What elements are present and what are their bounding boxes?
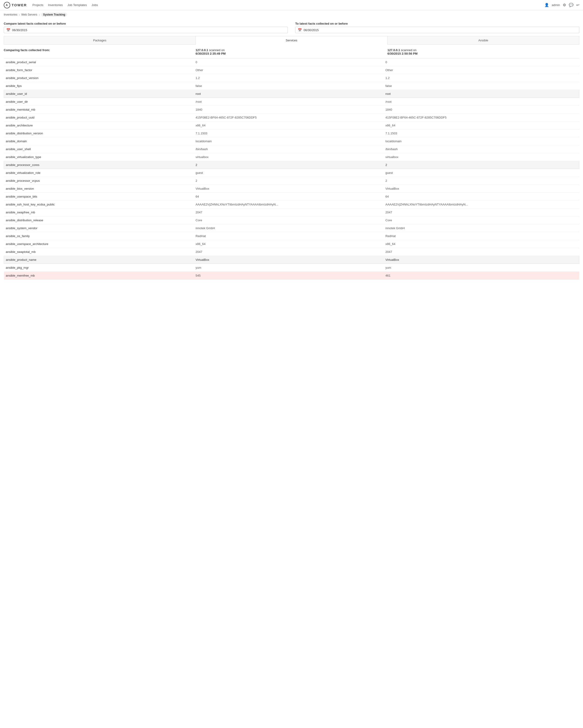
date-right-value: 06/30/2015 <box>304 28 319 32</box>
row-val1: 64 <box>194 193 384 201</box>
row-val1: AAAAE2VjZHNhLXNoYTItbmIzdHAyNTYAAAAIbmIz… <box>194 201 384 208</box>
row-key: ansible_virtualization_type <box>4 153 194 161</box>
row-key: ansible_swaptotal_mb <box>4 248 194 256</box>
row-val2: VirtualBox <box>384 185 579 193</box>
row-val1: guest <box>194 169 384 177</box>
row-key: ansible_product_name <box>4 256 194 264</box>
date-right-label: To latest facts collected on or before <box>295 22 579 25</box>
row-val1: RedHat <box>194 232 384 240</box>
row-key: ansible_product_uuid <box>4 114 194 122</box>
breadcrumb-system-tracking: System Tracking <box>41 12 67 17</box>
calendar-left-icon: 📅 <box>6 28 10 32</box>
row-key: ansible_fips <box>4 82 194 90</box>
row-val2: 7.1.1503 <box>384 129 579 137</box>
row-val1: virtualbox <box>194 153 384 161</box>
table-row: ansible_fips false false <box>4 82 579 90</box>
nav-job-templates[interactable]: Job Templates <box>68 3 87 7</box>
chat-icon[interactable]: 💬 <box>569 3 574 7</box>
row-val2: 64 <box>384 193 579 201</box>
row-val1: Core <box>194 216 384 224</box>
tabs-row: Packages Services Ansible <box>4 36 579 45</box>
table-row: ansible_pkg_mgr yum yum <box>4 264 579 272</box>
row-val1: 2047 <box>194 248 384 256</box>
row-val1: VirtualBox <box>194 185 384 193</box>
row-key: ansible_userspace_bits <box>4 193 194 201</box>
comparing-header: Comparing facts collected from: 127.0.0.… <box>4 45 579 58</box>
row-val2: root <box>384 90 579 98</box>
row-val1: 415F08E2-BF64-465C-872F-8285C706DDF5 <box>194 114 384 122</box>
tab-services[interactable]: Services <box>196 36 387 45</box>
row-val1: 2 <box>194 177 384 185</box>
table-row: ansible_memfree_mb 545 461 <box>4 272 579 280</box>
nav-links: Projects Inventories Job Templates Jobs <box>32 3 544 7</box>
nav-projects[interactable]: Projects <box>32 3 44 7</box>
row-val2: 2 <box>384 161 579 169</box>
row-val2: 2 <box>384 177 579 185</box>
table-row: ansible_swaptotal_mb 2047 2047 <box>4 248 579 256</box>
breadcrumb-inventories[interactable]: Inventories <box>4 13 18 16</box>
row-key: ansible_ssh_host_key_ecdsa_public <box>4 201 194 208</box>
user-icon: 👤 <box>544 3 549 7</box>
row-key: ansible_user_shell <box>4 145 194 153</box>
row-key: ansible_bios_version <box>4 185 194 193</box>
row-val1: innotek GmbH <box>194 224 384 232</box>
row-key: ansible_product_version <box>4 74 194 82</box>
tab-packages[interactable]: Packages <box>4 36 196 44</box>
row-key: ansible_system_vendor <box>4 224 194 232</box>
row-val2: 461 <box>384 272 579 280</box>
row-val2: 2047 <box>384 208 579 216</box>
row-val2: VirtualBox <box>384 256 579 264</box>
settings-icon[interactable]: ⚙ <box>563 3 566 7</box>
date-left-input[interactable]: 📅 06/30/2015 <box>4 27 288 33</box>
row-val1: 2047 <box>194 208 384 216</box>
date-left-value: 06/30/2015 <box>12 28 27 32</box>
row-val2: 2047 <box>384 248 579 256</box>
table-row: ansible_product_name VirtualBox VirtualB… <box>4 256 579 264</box>
row-val2: false <box>384 82 579 90</box>
main-content: Comparing facts collected from: 127.0.0.… <box>0 45 583 280</box>
table-row: ansible_bios_version VirtualBox VirtualB… <box>4 185 579 193</box>
data-table: ansible_product_serial 0 0 ansible_form_… <box>4 58 579 280</box>
nav-user: admin <box>552 3 560 7</box>
nav-right: 👤 admin ⚙ 💬 ↩ <box>544 3 579 7</box>
table-row: ansible_product_uuid 415F08E2-BF64-465C-… <box>4 114 579 122</box>
row-key: ansible_pkg_mgr <box>4 264 194 272</box>
table-row: ansible_userspace_bits 64 64 <box>4 193 579 201</box>
row-val2: /bin/bash <box>384 145 579 153</box>
table-row: ansible_ssh_host_key_ecdsa_public AAAAE2… <box>4 201 579 208</box>
table-row: ansible_processor_vcpus 2 2 <box>4 177 579 185</box>
breadcrumb-sep-1: › <box>19 13 20 17</box>
row-val1: x86_64 <box>194 240 384 248</box>
row-key: ansible_user_dir <box>4 98 194 106</box>
breadcrumb-webservers[interactable]: Web Servers <box>21 13 37 16</box>
nav-inventories[interactable]: Inventories <box>48 3 63 7</box>
row-val1: /bin/bash <box>194 145 384 153</box>
row-val1: /root <box>194 98 384 106</box>
row-val1: Other <box>194 66 384 74</box>
row-val1: localdomain <box>194 137 384 145</box>
row-val1: VirtualBox <box>194 256 384 264</box>
tab-ansible[interactable]: Ansible <box>387 36 579 44</box>
table-row: ansible_virtualization_role guest guest <box>4 169 579 177</box>
table-row: ansible_product_serial 0 0 <box>4 58 579 66</box>
row-val1: 545 <box>194 272 384 280</box>
logo-icon: A <box>4 2 10 8</box>
table-row: ansible_product_version 1.2 1.2 <box>4 74 579 82</box>
logout-icon[interactable]: ↩ <box>576 3 579 7</box>
row-key: ansible_form_factor <box>4 66 194 74</box>
date-right-input[interactable]: 📅 06/30/2015 <box>295 27 579 33</box>
row-val2: yum <box>384 264 579 272</box>
row-key: ansible_processor_cores <box>4 161 194 169</box>
table-row: ansible_memtotal_mb 1840 1840 <box>4 106 579 114</box>
nav-bar: A TOWER Projects Inventories Job Templat… <box>0 0 583 10</box>
nav-jobs[interactable]: Jobs <box>92 3 98 7</box>
row-val1: root <box>194 90 384 98</box>
row-key: ansible_processor_vcpus <box>4 177 194 185</box>
row-val2: guest <box>384 169 579 177</box>
table-row: ansible_distribution_release Core Core <box>4 216 579 224</box>
table-row: ansible_user_id root root <box>4 90 579 98</box>
row-val2: Other <box>384 66 579 74</box>
nav-logo: A TOWER <box>4 2 27 8</box>
row-key: ansible_memfree_mb <box>4 272 194 280</box>
date-left-label: Compare latest facts collected on or bef… <box>4 22 288 25</box>
